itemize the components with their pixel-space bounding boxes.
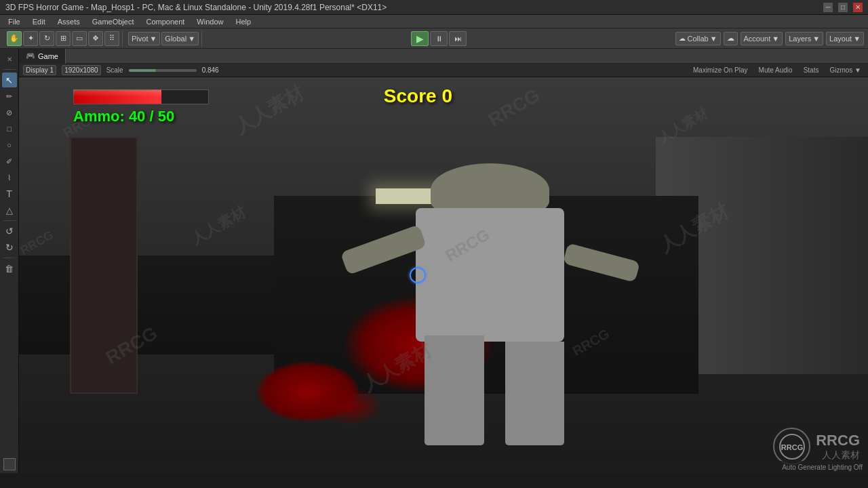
gizmos-button[interactable]: Gizmos ▼ [827,66,864,74]
scale-value: 0.846 [202,66,219,74]
scale-label: Scale [106,66,123,74]
layout-dropdown[interactable]: Layout ▼ [826,32,864,45]
window-title: 3D FPS Horror Game - Map_Hosp1 - PC, Mac… [5,3,387,12]
maximize-on-play-button[interactable]: Maximize On Play [690,66,751,74]
titlebar-controls: ─ □ ✕ [823,3,863,12]
menu-help[interactable]: Help [230,15,256,28]
menu-file[interactable]: File [3,15,26,28]
rect-tool-button[interactable]: ▭ [72,31,87,46]
resolution-select[interactable]: 1920x1080 [62,65,101,75]
redo-button[interactable]: ↻ [2,240,17,255]
menu-assets[interactable]: Assets [52,15,85,28]
tool-separator-2 [3,220,16,221]
left-toolbar: ✕ ↖ ✏ ⊘ □ ○ ✐ ⌇ T △ ↺ ↻ 🗑 [0,49,19,473]
tab-bar: 🎮 Game [19,49,868,64]
pivot-group: Pivot▼ Global▼ [125,30,202,47]
zombie-torso [416,208,564,342]
game-viewport[interactable]: RRCG 人人素材 RRCG 人人素材 RRCG 人人素材 RRCG 人人素材 … [19,77,868,473]
display-select[interactable]: Display 1 [23,65,56,75]
transform-tools-group: ✋ ✦ ↻ ⊞ ▭ ❖ ⠿ [4,30,123,47]
play-button[interactable]: ▶ [411,31,429,46]
main-layout: ✕ ↖ ✏ ⊘ □ ○ ✐ ⌇ T △ ↺ ↻ 🗑 🎮 Game Display… [0,49,868,473]
toolbar: ✋ ✦ ↻ ⊞ ▭ ❖ ⠿ Pivot▼ Global▼ ▶ ⏸ ⏭ ☁ Col… [0,28,868,49]
tool-separator-1 [3,69,16,70]
layers-dropdown[interactable]: Layers ▼ [785,32,823,45]
auto-generate-lighting-status: Auto Generate Lighting Off [782,464,863,471]
title-bar: 3D FPS Horror Game - Map_Hosp1 - PC, Mac… [0,0,868,15]
zombie-leg-right [505,342,565,445]
game-sub-header: Display 1 1920x1080 Scale 0.846 Maximize… [19,64,868,77]
menu-edit[interactable]: Edit [27,15,51,28]
game-tab[interactable]: 🎮 Game [19,49,66,64]
play-controls: ▶ ⏸ ⏭ [411,31,467,46]
global-dropdown[interactable]: Global▼ [161,32,199,45]
text-tool-button[interactable]: T [2,186,17,201]
gradient-tool-button[interactable]: △ [2,203,17,218]
zombie-character [342,148,639,445]
color-swatch[interactable] [3,458,16,470]
minimize-button[interactable]: ─ [823,3,833,12]
pivot-dropdown[interactable]: Pivot▼ [128,32,160,45]
cloud-button[interactable]: ☁ [724,32,738,45]
account-dropdown[interactable]: Account ▼ [741,32,783,45]
brush-tool-button[interactable]: ✏ [2,89,17,104]
menu-window[interactable]: Window [191,15,229,28]
menu-bar: File Edit Assets GameObject Component Wi… [0,15,868,28]
scale-tool-button[interactable]: ⊞ [56,31,71,46]
close-button[interactable]: ✕ [853,3,863,12]
delete-button[interactable]: 🗑 [2,261,17,276]
scale-fill [129,69,156,72]
maximize-button[interactable]: □ [838,3,848,12]
hand-tool-button[interactable]: ✋ [7,31,22,46]
custom-tool-button[interactable]: ⠿ [104,31,119,46]
menu-gameobject[interactable]: GameObject [87,15,140,28]
zombie-leg-left [425,336,484,445]
menu-component[interactable]: Component [140,15,190,28]
collab-dropdown[interactable]: ☁ Collab ▼ [675,32,720,45]
viewport-container: 🎮 Game Display 1 1920x1080 Scale 0.846 M… [19,49,868,473]
crosshair [410,267,426,283]
stats-button[interactable]: Stats [801,66,822,74]
tool-separator-3 [3,258,16,258]
step-button[interactable]: ⏭ [449,31,467,46]
mute-audio-button[interactable]: Mute Audio [756,66,795,74]
game-scene: RRCG 人人素材 RRCG 人人素材 RRCG 人人素材 RRCG 人人素材 … [19,77,868,473]
zombie-arm-left [340,224,426,275]
undo-button[interactable]: ↺ [2,224,17,239]
header-right-controls: Maximize On Play Mute Audio Stats Gizmos… [690,66,864,74]
toolbar-right: ☁ Collab ▼ ☁ Account ▼ Layers ▼ Layout ▼ [675,32,864,45]
zombie-arm-right [563,243,640,283]
paint-bucket-button[interactable]: ⌇ [2,170,17,185]
rect-tool-button[interactable]: □ [2,121,17,136]
pencil-tool-button[interactable]: ✐ [2,154,17,169]
viewport-status-bar: Auto Generate Lighting Off [19,461,868,473]
rotate-tool-button[interactable]: ↻ [39,31,54,46]
pause-button[interactable]: ⏸ [430,31,448,46]
move-tool-button[interactable]: ✦ [23,31,38,46]
scale-slider[interactable] [129,69,197,72]
close-panel-button[interactable]: ✕ [2,52,17,66]
ellipse-tool-button[interactable]: ○ [2,138,17,152]
eyedropper-tool-button[interactable]: ⊘ [2,105,17,120]
all-tool-button[interactable]: ❖ [88,31,103,46]
select-tool-button[interactable]: ↖ [2,73,17,87]
